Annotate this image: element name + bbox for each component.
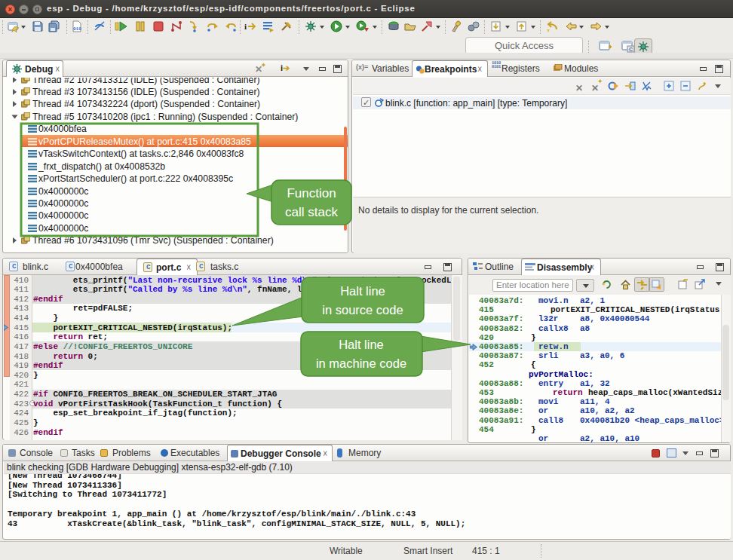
svg-text:i: i <box>244 22 247 31</box>
svg-text:C: C <box>629 47 633 52</box>
svg-text:010: 010 <box>73 26 81 32</box>
